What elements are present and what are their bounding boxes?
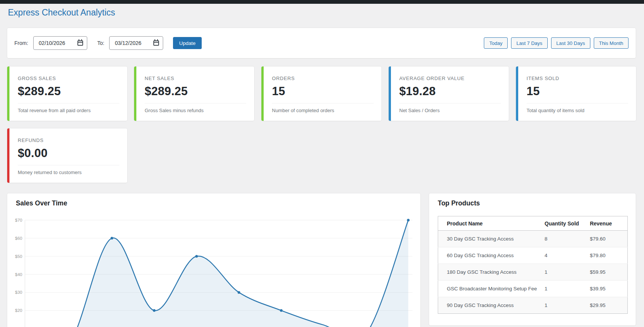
stat-description: Net Sales / Orders — [399, 108, 501, 113]
data-point-dot — [195, 255, 198, 258]
y-axis-tick-label: $50 — [15, 254, 22, 259]
stat-label: ORDERS — [272, 76, 374, 81]
area-fill — [27, 220, 408, 327]
divider — [527, 103, 628, 103]
chart-title: Sales Over Time — [16, 199, 67, 207]
table-header-row: Product Name Quantity Sold Revenue — [438, 216, 628, 231]
stat-label: ITEMS SOLD — [527, 76, 628, 81]
stat-label: AVERAGE ORDER VALUE — [399, 76, 501, 81]
top-products-panel: Top Products Product Name Quantity Sold … — [429, 193, 636, 325]
stat-card-refunds: REFUNDS $0.00 Money returned to customer… — [7, 128, 127, 183]
from-date-value: 02/10/2026 — [39, 40, 65, 46]
stat-card-average-order-value: AVERAGE ORDER VALUE $19.28 Net Sales / O… — [389, 66, 509, 121]
quantity-sold-cell: 1 — [545, 297, 590, 314]
divider — [145, 103, 246, 103]
table-row: 60 Day GSC Tracking Access4$79.80 — [438, 247, 628, 264]
this-month-button[interactable]: This Month — [594, 37, 629, 49]
stat-description: Money returned to customers — [18, 170, 119, 175]
product-name-cell: GSC Broadcaster Monitoring Setup Fee — [438, 281, 545, 297]
revenue-cell: $59.95 — [590, 264, 628, 281]
stat-description: Total revenue from all paid orders — [18, 108, 119, 113]
table-row: 90 Day GSC Tracking Access1$29.95 — [438, 297, 628, 314]
column-header-revenue: Revenue — [590, 216, 628, 231]
stat-card-items-sold: ITEMS SOLD 15 Total quantity of items so… — [516, 66, 636, 121]
stat-value: 15 — [527, 85, 628, 98]
update-button[interactable]: Update — [173, 37, 202, 49]
data-point-dot — [280, 309, 283, 312]
divider — [18, 103, 119, 103]
column-header-product-name: Product Name — [438, 216, 545, 231]
product-name-cell: 180 Day GSC Tracking Access — [438, 264, 545, 281]
quick-range-group: Today Last 7 Days Last 30 Days This Mont… — [484, 37, 629, 49]
revenue-cell: $79.80 — [590, 247, 628, 264]
page-title: Express Checkout Analytics — [8, 8, 115, 18]
from-label: From: — [14, 40, 28, 46]
to-label: To: — [97, 40, 105, 46]
quantity-sold-cell: 1 — [545, 264, 590, 281]
calendar-icon[interactable] — [153, 40, 159, 46]
y-axis-tick-label: $20 — [15, 308, 22, 313]
stat-value: $19.28 — [399, 85, 501, 98]
table-row: GSC Broadcaster Monitoring Setup Fee1$39… — [438, 281, 628, 297]
stat-value: $289.25 — [18, 85, 119, 98]
stat-value: $0.00 — [18, 147, 119, 160]
last-7-days-button[interactable]: Last 7 Days — [511, 37, 548, 49]
revenue-cell: $39.95 — [590, 281, 628, 297]
stat-card-gross-sales: GROSS SALES $289.25 Total revenue from a… — [7, 66, 127, 121]
from-date-input[interactable]: 02/10/2026 — [33, 36, 87, 50]
data-point-dot — [407, 219, 409, 221]
calendar-icon[interactable] — [77, 40, 83, 46]
y-axis-tick-label: $60 — [15, 236, 22, 241]
column-header-quantity-sold: Quantity Sold — [545, 216, 590, 231]
y-axis-tick-label: $70 — [15, 218, 22, 222]
product-name-cell: 90 Day GSC Tracking Access — [438, 297, 545, 314]
stat-card-orders: ORDERS 15 Number of completed orders — [261, 66, 381, 121]
divider — [18, 165, 119, 165]
product-name-cell: 60 Day GSC Tracking Access — [438, 247, 545, 264]
data-point-dot — [111, 237, 113, 239]
stat-value: $289.25 — [145, 85, 246, 98]
stat-label: GROSS SALES — [18, 76, 119, 81]
stat-description: Total quantity of items sold — [527, 108, 628, 113]
to-date-input[interactable]: 03/12/2026 — [109, 36, 163, 50]
sales-over-time-chart: $70$60$50$40$30$20 — [7, 193, 420, 327]
stat-label: NET SALES — [145, 76, 246, 81]
revenue-cell: $79.60 — [590, 231, 628, 247]
quantity-sold-cell: 4 — [545, 247, 590, 264]
product-name-cell: 30 Day GSC Tracking Access — [438, 231, 545, 247]
last-30-days-button[interactable]: Last 30 Days — [551, 37, 590, 49]
top-products-title: Top Products — [438, 199, 480, 207]
to-date-value: 03/12/2026 — [115, 40, 141, 46]
stat-label: REFUNDS — [18, 137, 119, 143]
stat-description: Gross Sales minus refunds — [145, 108, 246, 113]
data-point-dot — [153, 309, 156, 312]
y-axis-tick-label: $40 — [15, 272, 22, 277]
quantity-sold-cell: 1 — [545, 281, 590, 297]
divider — [272, 103, 374, 103]
stat-description: Number of completed orders — [272, 108, 374, 113]
top-products-table: Product Name Quantity Sold Revenue 30 Da… — [438, 216, 628, 314]
today-button[interactable]: Today — [484, 37, 508, 49]
admin-top-bar — [0, 0, 644, 4]
revenue-cell: $29.95 — [590, 297, 628, 314]
stat-value: 15 — [272, 85, 374, 98]
data-point-dot — [238, 291, 240, 294]
y-axis-tick-label: $30 — [15, 290, 22, 295]
table-row: 180 Day GSC Tracking Access1$59.95 — [438, 264, 628, 281]
stat-card-net-sales: NET SALES $289.25 Gross Sales minus refu… — [134, 66, 254, 121]
date-filter-bar: From: 02/10/2026 To: 03/12/2026 Update T… — [7, 28, 636, 58]
sales-over-time-panel: $70$60$50$40$30$20 Sales Over Time — [7, 193, 420, 327]
quantity-sold-cell: 8 — [545, 231, 590, 247]
divider — [399, 103, 501, 103]
table-row: 30 Day GSC Tracking Access8$79.60 — [438, 231, 628, 247]
